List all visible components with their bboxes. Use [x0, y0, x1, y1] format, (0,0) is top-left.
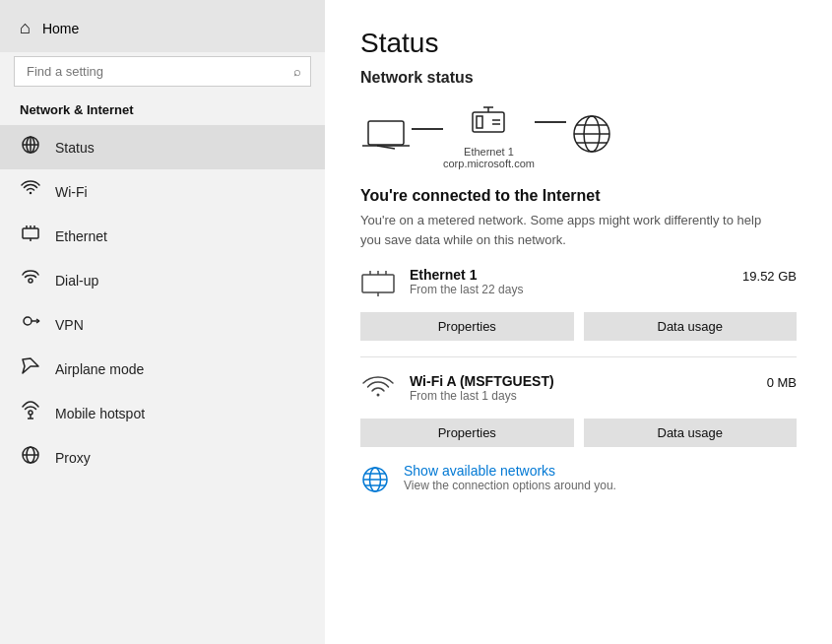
- vpn-icon: [20, 312, 41, 337]
- search-container: ⌕: [14, 56, 311, 87]
- show-networks-sub: View the connection options around you.: [404, 479, 616, 492]
- airplane-icon: [20, 356, 41, 381]
- wifi-network-card: Wi-Fi A (MSFTGUEST) From the last 1 days…: [360, 373, 797, 447]
- sidebar-item-airplane[interactable]: Airplane mode: [0, 347, 325, 391]
- home-label: Home: [42, 21, 79, 36]
- sidebar-item-vpn[interactable]: VPN: [0, 302, 325, 347]
- svg-point-10: [24, 317, 32, 325]
- svg-point-9: [29, 279, 32, 283]
- ethernet-icon: [20, 224, 41, 248]
- ethernet-network-card: Ethernet 1 From the last 22 days 19.52 G…: [360, 267, 797, 341]
- connected-text: You're connected to the Internet: [360, 187, 797, 205]
- wifi-card-sub: From the last 1 days: [410, 389, 554, 403]
- ethernet-card-name: Ethernet 1: [410, 267, 523, 283]
- globe-icon-container: [566, 112, 617, 160]
- sidebar-item-status-label: Status: [55, 140, 95, 156]
- globe-icon: [566, 112, 617, 160]
- router-icon-container: Ethernet 1 corp.microsoft.com: [443, 102, 535, 169]
- svg-rect-4: [23, 228, 38, 238]
- card-divider: [360, 356, 797, 357]
- network-diagram: Ethernet 1 corp.microsoft.com: [360, 102, 797, 169]
- ethernet-card-buttons: Properties Data usage: [360, 312, 797, 341]
- proxy-icon: [20, 445, 41, 470]
- line-1: [412, 128, 443, 130]
- laptop-icon: [360, 116, 412, 156]
- search-input[interactable]: [14, 56, 311, 87]
- sidebar-item-hotspot[interactable]: Mobile hotspot: [0, 391, 325, 435]
- ethernet-card-text: Ethernet 1 From the last 22 days: [410, 267, 523, 296]
- svg-point-14: [29, 411, 32, 415]
- wifi-datausage-button[interactable]: Data usage: [584, 419, 798, 447]
- ethernet-card-data: 19.52 GB: [742, 267, 797, 284]
- sidebar-item-dialup[interactable]: Dial-up: [0, 258, 325, 302]
- ethernet-card-info: Ethernet 1 From the last 22 days: [360, 267, 523, 304]
- ethernet-properties-button[interactable]: Properties: [360, 312, 574, 341]
- sidebar-item-ethernet-label: Ethernet: [55, 228, 107, 244]
- svg-rect-26: [477, 116, 482, 128]
- dialup-icon: [20, 268, 41, 292]
- network-status-title: Network status: [360, 69, 797, 87]
- show-networks-icon: [360, 465, 390, 500]
- status-icon: [20, 135, 41, 160]
- sidebar-item-hotspot-label: Mobile hotspot: [55, 406, 145, 421]
- ethernet-card-header: Ethernet 1 From the last 22 days 19.52 G…: [360, 267, 797, 304]
- sidebar-item-dialup-label: Dial-up: [55, 273, 98, 289]
- connected-sub: You're on a metered network. Some apps m…: [360, 211, 774, 249]
- sidebar: ⌂ Home ⌕ Network & Internet Status: [0, 0, 325, 644]
- wifi-card-data: 0 MB: [767, 373, 797, 390]
- sidebar-item-status[interactable]: Status: [0, 125, 325, 169]
- sidebar-section-title: Network & Internet: [0, 97, 325, 125]
- ethernet-card-icon: [360, 269, 396, 304]
- home-icon: ⌂: [20, 18, 31, 38]
- search-icon: ⌕: [293, 64, 301, 79]
- wifi-card-text: Wi-Fi A (MSFTGUEST) From the last 1 days: [410, 373, 554, 403]
- sidebar-item-vpn-label: VPN: [55, 317, 84, 333]
- wifi-card-icon: [360, 375, 396, 411]
- show-networks-button[interactable]: Show available networks View the connect…: [360, 463, 797, 500]
- router-icon: [467, 102, 510, 142]
- wifi-card-header: Wi-Fi A (MSFTGUEST) From the last 1 days…: [360, 373, 797, 411]
- show-networks-title: Show available networks: [404, 463, 616, 479]
- ethernet-datausage-button[interactable]: Data usage: [584, 312, 798, 341]
- sidebar-item-airplane-label: Airplane mode: [55, 361, 144, 377]
- wifi-properties-button[interactable]: Properties: [360, 419, 574, 447]
- diagram-ethernet-label: Ethernet 1 corp.microsoft.com: [443, 146, 535, 169]
- page-title: Status: [360, 28, 797, 59]
- wifi-icon: [20, 179, 41, 204]
- wifi-card-name: Wi-Fi A (MSFTGUEST): [410, 373, 554, 389]
- sidebar-item-proxy-label: Proxy: [55, 450, 91, 466]
- wifi-card-buttons: Properties Data usage: [360, 419, 797, 447]
- sidebar-item-ethernet[interactable]: Ethernet: [0, 214, 325, 258]
- svg-rect-23: [473, 112, 504, 132]
- show-networks-text: Show available networks View the connect…: [404, 463, 616, 492]
- wifi-card-info: Wi-Fi A (MSFTGUEST) From the last 1 days: [360, 373, 554, 411]
- hotspot-icon: [20, 401, 41, 425]
- laptop-icon-container: [360, 116, 412, 156]
- main-content: Status Network status Ethernet 1: [325, 0, 832, 644]
- sidebar-item-wifi-label: Wi-Fi: [55, 184, 88, 200]
- sidebar-item-proxy[interactable]: Proxy: [0, 435, 325, 480]
- svg-rect-20: [368, 121, 404, 145]
- sidebar-item-wifi[interactable]: Wi-Fi: [0, 169, 325, 214]
- line-2: [535, 121, 566, 123]
- svg-rect-34: [362, 275, 394, 292]
- sidebar-item-home[interactable]: ⌂ Home: [0, 0, 325, 52]
- ethernet-card-sub: From the last 22 days: [410, 283, 523, 296]
